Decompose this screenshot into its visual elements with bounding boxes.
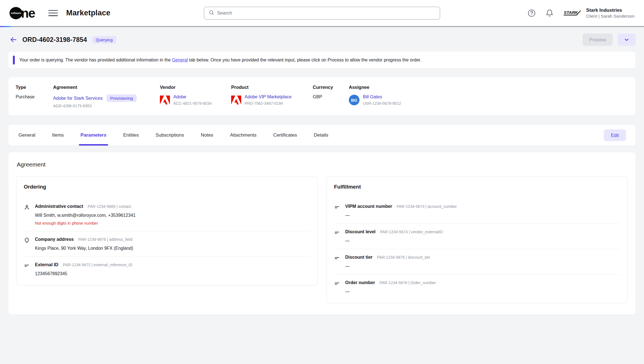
menu-hamburger-icon[interactable]	[48, 9, 58, 17]
adobe-logo-icon	[160, 96, 170, 104]
parameter-label: Discount level	[345, 229, 375, 234]
search-box	[204, 7, 440, 20]
tab-notes[interactable]: Notes	[199, 125, 215, 146]
assignee-link[interactable]: Bill Gates	[363, 94, 382, 99]
general-tab-link[interactable]: General	[172, 58, 188, 62]
parameter-error: Not enough digits in phone number	[35, 221, 310, 225]
parameter-label: VIPM account number	[345, 204, 392, 209]
ordering-card: Ordering Administrative contact PAR-1234…	[16, 176, 318, 286]
location-pin-icon	[24, 237, 30, 251]
tab-details[interactable]: Details	[312, 125, 330, 146]
parameter-value: —	[345, 238, 620, 243]
vendor-link[interactable]: Adobe	[173, 94, 186, 99]
account-switcher[interactable]: STARK Stark Industries Client | Sarah Sa…	[563, 7, 634, 19]
softwareone-logo-o: software	[10, 7, 22, 19]
parameter-meta: PAR-1234-5672 | external_reference_ID	[63, 263, 132, 267]
stark-logo-text: STARK	[564, 10, 578, 15]
type-label: Type	[16, 85, 53, 90]
app-title: Marketplace	[66, 9, 110, 17]
product-link[interactable]: Adobe VIP Marketplace	[245, 94, 292, 99]
parameter-value: Kings Place, 90 York Way, London 9FX (En…	[35, 246, 310, 251]
text-field-icon	[334, 204, 341, 218]
querying-info-banner: Your order is querying. The vendor has p…	[8, 52, 636, 68]
agreement-status-badge: Provisioning	[106, 94, 137, 102]
back-arrow-button[interactable]	[8, 35, 18, 45]
tab-items[interactable]: Items	[50, 125, 65, 146]
parameter-value: 1234567892345	[35, 271, 310, 276]
agreement-link[interactable]: Adobe for Stark Services	[53, 96, 103, 101]
tab-entities[interactable]: Entities	[122, 125, 141, 146]
parameter-label: External ID	[35, 262, 58, 267]
parameter-row: Discount level PAR-1234-5674 | vendor_ex…	[334, 224, 620, 249]
parameter-value: —	[345, 213, 620, 218]
parameter-meta: PAR-1234-5675 | discount_tier	[377, 255, 430, 260]
person-icon	[24, 204, 30, 225]
adobe-product-logo-icon	[231, 96, 241, 104]
parameter-label: Administrative contact	[35, 204, 83, 209]
order-header: ORD-4602-3198-7854 Querying Process	[8, 33, 636, 47]
currency-label: Currency	[313, 85, 349, 90]
parameter-meta: PAR-1234-5674 | vendor_externalID	[380, 230, 443, 234]
help-button[interactable]	[527, 9, 536, 17]
stark-logo: STARK	[563, 9, 581, 17]
parameter-value: —	[345, 289, 620, 294]
banner-text: Your order is querying. The vendor has p…	[19, 58, 421, 63]
tab-subscriptions[interactable]: Subscriptions	[154, 125, 186, 146]
parameters-panel: Agreement Ordering Administrative contac…	[8, 152, 636, 315]
tab-certificates[interactable]: Certificates	[271, 125, 299, 146]
product-id: PRD-7562-3487-0194	[245, 101, 292, 106]
parameter-row: VIPM account number PAR-1234-5673 | acco…	[334, 198, 620, 224]
text-field-icon	[334, 255, 341, 269]
account-subtitle: Client | Sarah Sanderson	[586, 14, 634, 19]
parameter-row: External ID PAR-1234-5672 | external_ref…	[24, 257, 310, 278]
parameter-row: Company address PAR-1234-9876 | address_…	[24, 231, 310, 257]
order-status-badge: Querying	[92, 36, 116, 44]
parameter-row: Order number PAR-1234-5676 | Order_numbe…	[334, 275, 620, 296]
top-bar: softwarene Marketplace STARK Stark Indus…	[0, 0, 644, 26]
fulfillment-title: Fulfillment	[334, 184, 620, 190]
assignee-id: USR-1234-5678-9012	[363, 101, 401, 106]
agreement-label: Agreement	[53, 85, 160, 90]
page-progress-bar	[0, 26, 644, 27]
banner-accent-bar	[13, 56, 15, 65]
parameter-row: Administrative contact PAR-1234-5669 | c…	[24, 198, 310, 231]
fulfillment-card: Fulfillment VIPM account number PAR-1234…	[326, 176, 628, 303]
notifications-bell-icon[interactable]	[545, 9, 554, 17]
order-tabs: GeneralItemsParametersEntitiesSubscripti…	[8, 125, 636, 146]
softwareone-logo-ne: ne	[21, 7, 35, 20]
tab-general[interactable]: General	[17, 125, 37, 146]
tab-parameters[interactable]: Parameters	[79, 125, 108, 146]
assignee-avatar: BG	[349, 95, 359, 105]
section-title: Agreement	[17, 161, 628, 168]
parameter-meta: PAR-1234-5669 | contact	[87, 204, 131, 209]
parameter-label: Company address	[35, 237, 74, 242]
type-value: Purchase	[16, 94, 53, 99]
parameter-meta: PAR-1234-5676 | Order_number	[380, 280, 436, 285]
order-summary-card: Type Purchase Agreement Adobe for Stark …	[8, 77, 636, 115]
agreement-id: AGR-4286-0175-6953	[53, 104, 160, 108]
assignee-label: Assignee	[349, 85, 628, 90]
product-label: Product	[231, 85, 313, 90]
parameter-meta: PAR-1234-9876 | address_field	[78, 237, 132, 242]
order-id: ORD-4602-3198-7854	[22, 36, 87, 44]
tab-attachments[interactable]: Attachments	[228, 125, 258, 146]
account-name: Stark Industries	[586, 7, 634, 13]
currency-value: GBP	[313, 94, 349, 99]
softwareone-logo[interactable]: softwarene	[10, 7, 35, 20]
parameter-meta: PAR-1234-5673 | account_number	[397, 204, 457, 209]
parameter-value: —	[345, 264, 620, 269]
vendor-id: ACC-4821-9576-6034	[173, 101, 212, 106]
parameter-value: Will Smith, w.smith@rollsroyce.com, +353…	[35, 213, 310, 218]
edit-button[interactable]: Edit	[604, 129, 626, 141]
parameter-label: Discount tier	[345, 255, 373, 260]
process-button[interactable]: Process	[583, 34, 613, 46]
more-actions-button[interactable]	[618, 34, 636, 46]
ordering-title: Ordering	[24, 184, 310, 190]
text-field-icon	[334, 280, 341, 294]
text-field-icon	[24, 262, 30, 276]
parameter-row: Discount tier PAR-1234-5675 | discount_t…	[334, 249, 620, 275]
search-input[interactable]	[217, 10, 435, 16]
chevron-down-icon	[624, 37, 630, 43]
parameter-label: Order number	[345, 280, 375, 285]
vendor-label: Vendor	[160, 85, 231, 90]
